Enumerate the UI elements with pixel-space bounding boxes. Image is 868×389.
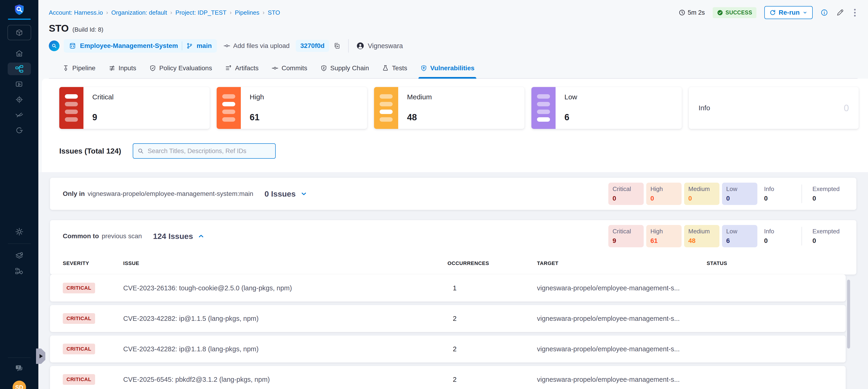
severity-card-value: 6 (564, 112, 682, 122)
issue-title: CVE-2023-42282: ip@1.1.5 (lang-pkgs, npm… (123, 315, 437, 323)
issue-row[interactable]: CRITICAL CVE-2023-42282: ip@1.1.8 (lang-… (50, 335, 846, 362)
executions-icon (15, 80, 24, 88)
issues-search-input[interactable] (147, 147, 271, 155)
vertical-divider (348, 39, 349, 53)
severity-badge: CRITICAL (63, 313, 95, 324)
chip-low: Low 6 (722, 225, 757, 247)
collapse-section-button[interactable] (197, 232, 205, 240)
copy-icon (333, 42, 341, 50)
tab-label: Supply Chain (330, 64, 369, 72)
rerun-button[interactable]: Re-run (764, 6, 813, 19)
chip-label: Critical (613, 228, 644, 235)
collapse-arrow-icon (39, 354, 43, 358)
section-scope: previous scan (102, 232, 142, 240)
user-icon (356, 41, 365, 50)
sidebar-item-help[interactable]: ? (8, 362, 31, 374)
severity-card-label: Low (564, 93, 682, 101)
severity-card-label: High (250, 93, 367, 101)
issue-row[interactable]: CRITICAL CVE-2023-26136: tough-cookie@2.… (50, 275, 846, 302)
column-occurrences: OCCURRENCES (437, 260, 537, 267)
issue-row[interactable]: CRITICAL CVE-2025-6545: pbkdf2@3.1.2 (la… (50, 366, 846, 389)
sidebar-item-getting-started[interactable] (8, 124, 31, 137)
breadcrumb-project[interactable]: Project: IDP_TEST (176, 9, 227, 16)
sidebar-item-targets[interactable] (8, 93, 31, 106)
chip-value: 9 (613, 237, 644, 245)
severity-card-label: Medium (407, 93, 524, 101)
commit-sha-pill[interactable]: 3270f0d (296, 40, 329, 52)
module-cube-icon (15, 28, 24, 37)
table-scrollbar[interactable] (847, 280, 850, 349)
tab-label: Artifacts (235, 64, 258, 72)
commit-message[interactable]: Add files via upload (223, 42, 290, 50)
column-issue: ISSUE (123, 260, 437, 267)
medium-severity-bar-icon (374, 87, 398, 129)
commits-tab-icon (272, 65, 278, 72)
eye-off-icon (15, 111, 24, 119)
sidebar-item-executions[interactable] (8, 78, 31, 90)
repo-branch-pill[interactable]: Employee-Management-System main (64, 39, 217, 53)
settings-gear-icon (15, 227, 24, 236)
issue-occurrences: 1 (437, 284, 537, 292)
sidebar-item-org-setup[interactable] (8, 265, 31, 277)
user-avatar[interactable]: SD (12, 381, 26, 389)
page-title: STO (49, 23, 69, 34)
trigger-author: Vigneswara (356, 41, 403, 50)
chip-info: Info 0 (760, 183, 795, 205)
tab-vulnerabilities[interactable]: Vulnerabilities (420, 58, 474, 78)
getting-started-icon (15, 126, 24, 135)
section-scope: vigneswara-propelo/employee-management-s… (88, 190, 253, 197)
tests-tab-icon (382, 65, 389, 72)
breadcrumb-current[interactable]: STO (268, 9, 280, 16)
tab-artifacts[interactable]: Artifacts (225, 58, 258, 78)
tab-commits[interactable]: Commits (272, 58, 307, 78)
severity-card-value: 48 (407, 112, 524, 122)
issue-title: CVE-2023-42282: ip@1.1.8 (lang-pkgs, npm… (123, 345, 437, 353)
org-settings-icon (15, 267, 24, 275)
chip-exempted: Exempted 0 (808, 225, 844, 247)
pill-divider (182, 41, 182, 50)
sidebar-item-project-setup[interactable] (8, 249, 31, 262)
execution-info-button[interactable] (820, 9, 828, 16)
more-options-button[interactable] (852, 8, 858, 18)
tab-policy-evaluations[interactable]: Policy Evaluations (149, 58, 212, 78)
tab-label: Commits (281, 64, 307, 72)
chip-value: 6 (726, 237, 757, 245)
breadcrumb-pipelines[interactable]: Pipelines (235, 9, 259, 16)
tab-pipeline[interactable]: Pipeline (62, 58, 96, 78)
edit-pipeline-button[interactable] (836, 8, 844, 17)
tab-supply-chain[interactable]: Supply Chain (320, 58, 369, 78)
targets-icon (15, 95, 24, 104)
chip-value: 61 (650, 237, 682, 245)
tab-tests[interactable]: Tests (382, 58, 407, 78)
severity-summary-cards: Critical 9 High 61 (59, 87, 859, 129)
column-status: STATUS (707, 260, 844, 267)
sidebar-divider-bottom (8, 358, 31, 358)
commit-message-text: Add files via upload (233, 42, 290, 50)
sidebar-item-home[interactable] (8, 47, 31, 60)
chip-medium: Medium 0 (684, 183, 719, 205)
chip-label: Info (764, 186, 795, 193)
module-switcher-button[interactable] (7, 25, 31, 40)
copy-sha-button[interactable] (333, 42, 341, 50)
expand-section-button[interactable] (300, 190, 308, 198)
breadcrumb-organization[interactable]: Organization: default (111, 9, 167, 16)
sidebar-item-pipelines[interactable] (8, 63, 31, 75)
issue-row[interactable]: CRITICAL CVE-2023-42282: ip@1.1.5 (lang-… (50, 305, 846, 332)
issues-total-title: Issues (Total 124) (59, 147, 121, 156)
severity-card-high: High 61 (217, 87, 367, 129)
info-icon (820, 9, 828, 16)
tab-label: Pipeline (72, 64, 96, 72)
sidebar-item-test-targets[interactable] (8, 109, 31, 121)
policy-tab-icon (149, 65, 156, 72)
severity-card-label: Info (699, 104, 710, 112)
chevron-down-icon (300, 190, 308, 198)
tab-inputs[interactable]: Inputs (108, 58, 136, 78)
chevron-up-icon (197, 232, 205, 240)
breadcrumb-account[interactable]: Account: Harness.io (49, 9, 103, 16)
sidebar-item-settings[interactable] (8, 225, 31, 238)
chip-value: 0 (613, 195, 644, 202)
low-severity-bar-icon (531, 87, 556, 129)
git-branch-icon (186, 43, 193, 49)
breadcrumb-separator: › (263, 9, 265, 16)
chip-divider (802, 227, 802, 246)
